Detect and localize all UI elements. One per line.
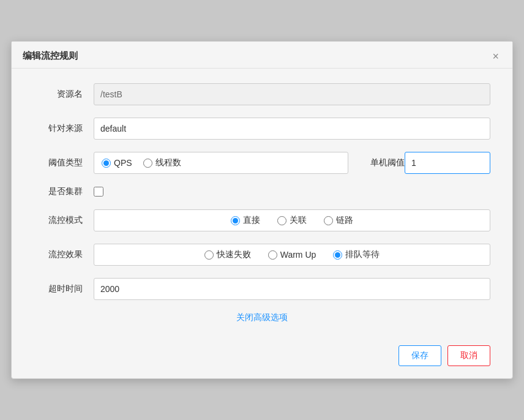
flow-mode-row: 流控模式 直接 关联 链路 <box>34 209 490 231</box>
flow-mode-box: 直接 关联 链路 <box>94 209 490 231</box>
radio-warm-up-input[interactable] <box>268 250 277 260</box>
source-row: 针对来源 <box>34 118 490 140</box>
radio-relate[interactable]: 关联 <box>277 215 307 226</box>
radio-warm-up[interactable]: Warm Up <box>268 250 316 260</box>
radio-direct-label: 直接 <box>243 215 260 226</box>
threshold-type-label: 阈值类型 <box>34 157 83 168</box>
flow-effect-label: 流控效果 <box>34 249 83 260</box>
close-advanced-row: 关闭高级选项 <box>34 312 490 323</box>
close-button[interactable]: × <box>490 51 501 62</box>
cluster-row: 是否集群 <box>34 186 490 197</box>
dialog-body: 资源名 针对来源 阈值类型 QPS 线程数 <box>12 69 512 339</box>
radio-relate-input[interactable] <box>277 216 286 225</box>
radio-fast-fail[interactable]: 快速失败 <box>204 249 251 260</box>
single-threshold-input[interactable] <box>405 152 490 174</box>
close-advanced-button[interactable]: 关闭高级选项 <box>236 312 288 323</box>
threshold-type-box: QPS 线程数 <box>94 152 348 174</box>
radio-chain[interactable]: 链路 <box>324 215 353 226</box>
dialog-header: 编辑流控规则 × <box>12 42 512 69</box>
timeout-input[interactable] <box>94 278 490 300</box>
single-threshold-label: 单机阈值 <box>370 157 405 168</box>
dialog-title: 编辑流控规则 <box>23 50 78 62</box>
threshold-row: 阈值类型 QPS 线程数 单机阈值 <box>34 152 490 174</box>
save-button[interactable]: 保存 <box>399 345 441 366</box>
radio-queue[interactable]: 排队等待 <box>333 249 380 260</box>
radio-threads-input[interactable] <box>143 159 152 168</box>
flow-effect-box: 快速失败 Warm Up 排队等待 <box>94 244 490 266</box>
edit-flow-rule-dialog: 编辑流控规则 × 资源名 针对来源 阈值类型 QPS <box>11 41 513 379</box>
cluster-checkbox[interactable] <box>94 187 103 197</box>
flow-effect-row: 流控效果 快速失败 Warm Up 排队等待 <box>34 244 490 266</box>
radio-threads-label: 线程数 <box>155 157 181 168</box>
radio-qps-label: QPS <box>114 158 132 168</box>
radio-fast-fail-label: 快速失败 <box>217 249 251 260</box>
dialog-footer: 保存 取消 <box>12 339 512 378</box>
source-input[interactable] <box>94 118 490 140</box>
cluster-label: 是否集群 <box>34 186 83 197</box>
radio-queue-label: 排队等待 <box>345 249 380 260</box>
resource-name-row: 资源名 <box>34 83 490 105</box>
source-label: 针对来源 <box>34 123 83 134</box>
radio-relate-label: 关联 <box>290 215 307 226</box>
timeout-row: 超时时间 <box>34 278 490 300</box>
radio-direct[interactable]: 直接 <box>231 215 260 226</box>
radio-fast-fail-input[interactable] <box>204 250 214 260</box>
radio-queue-input[interactable] <box>333 250 342 260</box>
timeout-label: 超时时间 <box>34 283 83 294</box>
radio-chain-input[interactable] <box>324 216 333 225</box>
radio-chain-label: 链路 <box>336 215 353 226</box>
radio-qps[interactable]: QPS <box>102 158 132 168</box>
radio-threads[interactable]: 线程数 <box>143 157 181 168</box>
resource-name-label: 资源名 <box>34 89 83 100</box>
radio-qps-input[interactable] <box>102 159 111 168</box>
resource-name-input[interactable] <box>94 83 490 105</box>
radio-warm-up-label: Warm Up <box>280 250 316 260</box>
radio-direct-input[interactable] <box>231 216 240 225</box>
cancel-button[interactable]: 取消 <box>447 345 490 366</box>
threshold-type-radio-group: QPS 线程数 <box>102 157 181 168</box>
flow-mode-label: 流控模式 <box>34 215 83 226</box>
